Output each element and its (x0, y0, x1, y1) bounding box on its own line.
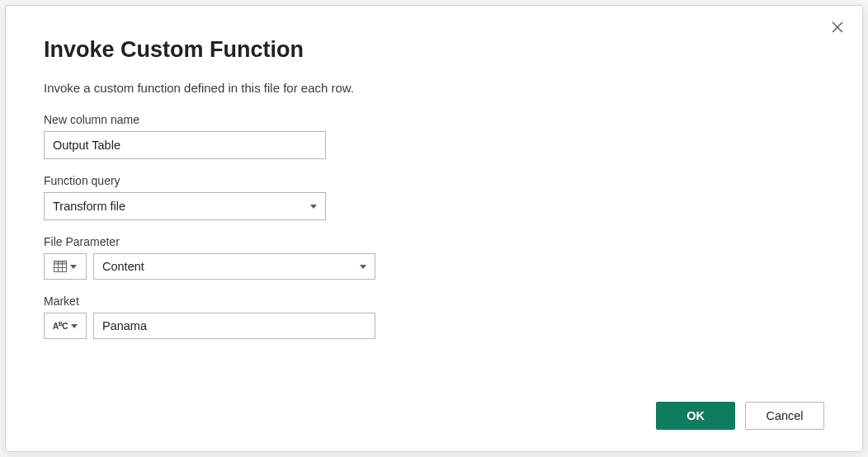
text-type-icon: ABC (53, 321, 68, 331)
file-parameter-value-select[interactable]: Content (93, 253, 375, 280)
new-column-name-input[interactable] (44, 131, 326, 159)
new-column-name-group: New column name (44, 113, 824, 159)
cancel-button[interactable]: Cancel (745, 402, 824, 430)
market-type-select[interactable]: ABC (44, 313, 87, 339)
close-icon (831, 21, 844, 34)
file-parameter-group: File Parameter Content (44, 235, 824, 280)
dialog-footer: OK Cancel (656, 402, 824, 430)
chevron-down-icon (310, 205, 317, 209)
dialog-title: Invoke Custom Function (44, 37, 824, 63)
function-query-value: Transform file (53, 200, 125, 213)
function-query-group: Function query Transform file (44, 174, 824, 220)
file-parameter-label: File Parameter (44, 235, 824, 248)
ok-button[interactable]: OK (656, 402, 735, 430)
function-query-select[interactable]: Transform file (44, 192, 326, 220)
chevron-down-icon (71, 324, 78, 328)
market-label: Market (44, 294, 824, 308)
market-group: Market ABC (44, 294, 824, 339)
close-button[interactable] (828, 17, 847, 37)
invoke-custom-function-dialog: Invoke Custom Function Invoke a custom f… (5, 5, 863, 452)
table-icon (54, 261, 67, 272)
svg-rect-3 (54, 261, 67, 265)
file-parameter-type-select[interactable] (44, 253, 87, 280)
chevron-down-icon (360, 265, 366, 269)
market-value-input[interactable] (93, 313, 375, 339)
dialog-subtitle: Invoke a custom function defined in this… (44, 81, 824, 95)
file-parameter-value: Content (102, 260, 144, 273)
chevron-down-icon (70, 265, 77, 269)
function-query-label: Function query (44, 174, 824, 187)
new-column-name-label: New column name (44, 113, 824, 126)
